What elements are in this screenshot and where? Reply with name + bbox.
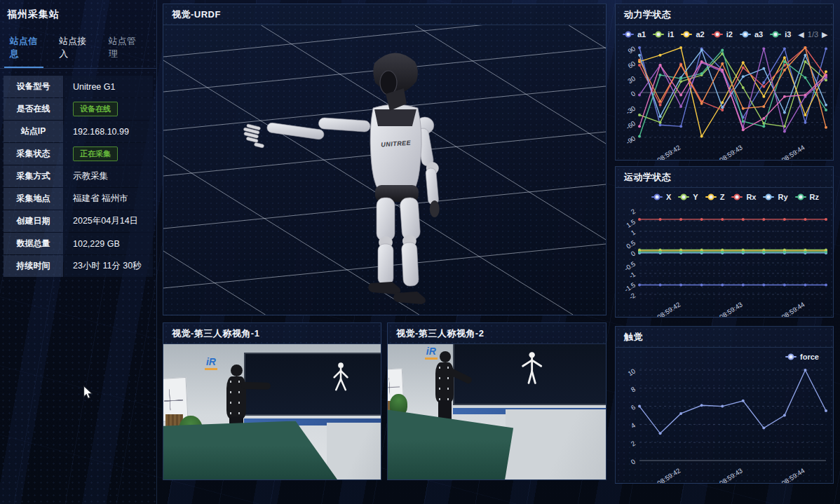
info-value: 102,229 GB (64, 233, 153, 254)
svg-text:1: 1 (630, 228, 637, 236)
legend-item-Z[interactable]: Z (705, 193, 725, 201)
camera-1-panel: 视觉-第三人称视角-1 iR (163, 322, 381, 480)
status-badge: 正在采集 (73, 147, 118, 161)
legend-item-X[interactable]: X (651, 193, 671, 201)
info-row: 创建日期2025年04月14日 (4, 210, 153, 232)
legend-page-indicator: 1/3 (808, 30, 818, 39)
dashboard-root: 福州采集站 站点信息站点接入站点管理 设备型号Unitree G1是否在线设备在… (0, 0, 840, 504)
kinematics-chart: -2-1.5-1-0.500.511.5208:59:4208:59:4308:… (616, 206, 833, 317)
svg-text:08:59:43: 08:59:43 (718, 466, 744, 483)
svg-text:1.5: 1.5 (625, 217, 637, 229)
svg-text:-0.5: -0.5 (623, 259, 637, 272)
svg-text:4: 4 (630, 421, 637, 430)
dynamics-panel-title: 动力学状态 (616, 4, 833, 25)
floor (506, 409, 606, 479)
info-value: 设备在线 (64, 98, 153, 120)
skeleton-figure-icon (519, 347, 545, 393)
legend-item-i2[interactable]: i2 (712, 30, 733, 39)
info-label: 站点IP (4, 121, 63, 142)
legend-item-Rz[interactable]: Rz (795, 193, 819, 201)
svg-text:08:59:44: 08:59:44 (780, 300, 806, 317)
urdf-3d-viewport[interactable]: UNITREE (163, 25, 606, 315)
svg-text:6: 6 (630, 403, 637, 411)
svg-text:08:59:43: 08:59:43 (718, 143, 744, 160)
kinematics-panel-title: 运动学状态 (616, 167, 833, 188)
legend-item-a2[interactable]: a2 (681, 30, 704, 39)
camera-2-title: 视觉-第三人称视角-2 (388, 323, 606, 344)
urdf-viewer-panel: 视觉-URDF (163, 4, 607, 315)
svg-text:10: 10 (626, 367, 637, 377)
svg-text:2: 2 (630, 207, 637, 215)
info-row: 持续时间23小时 11分 30秒 (4, 255, 153, 277)
svg-text:-90: -90 (625, 134, 637, 146)
info-label: 数据总量 (4, 233, 63, 254)
legend-item-i3[interactable]: i3 (770, 30, 791, 39)
svg-text:08:59:44: 08:59:44 (780, 143, 806, 160)
camera-2-panel: 视觉-第三人称视角-2 iR (387, 322, 607, 480)
camera-1-title: 视觉-第三人称视角-1 (163, 323, 381, 344)
station-tabs: 站点信息站点接入站点管理 (0, 28, 156, 69)
svg-text:08:59:43: 08:59:43 (718, 300, 744, 317)
svg-text:-1: -1 (628, 270, 637, 280)
legend-prev-button[interactable]: ◀ (798, 30, 804, 39)
svg-text:60: 60 (626, 60, 637, 70)
legend-item-i1[interactable]: i1 (653, 30, 674, 39)
legend-item-a3[interactable]: a3 (740, 30, 763, 39)
urdf-panel-title: 视觉-URDF (163, 4, 606, 25)
legend-item-force[interactable]: force (785, 353, 819, 361)
camera-2-feed: iR (388, 344, 606, 479)
svg-text:08:59:42: 08:59:42 (656, 466, 682, 483)
green-table (163, 417, 337, 479)
svg-text:0: 0 (630, 457, 637, 465)
info-row: 设备型号Unitree G1 (4, 76, 153, 97)
dynamics-panel: 动力学状态 a1i1a2i2a3i3 ◀ 1/3 ▶ -90-60-300306… (615, 4, 834, 161)
info-value: Unitree G1 (64, 76, 153, 97)
station-title: 福州采集站 (0, 0, 156, 28)
info-label: 是否在线 (4, 98, 63, 120)
station-sidebar: 福州采集站 站点信息站点接入站点管理 设备型号Unitree G1是否在线设备在… (0, 0, 157, 504)
svg-text:30: 30 (626, 74, 637, 85)
info-row: 数据总量102,229 GB (4, 233, 153, 254)
legend-pager: ◀ 1/3 ▶ (798, 30, 827, 39)
svg-text:0: 0 (630, 249, 637, 257)
svg-text:90: 90 (626, 44, 637, 55)
svg-text:-30: -30 (625, 104, 637, 116)
dynamics-legend: a1i1a2i2a3i3 ◀ 1/3 ▶ (616, 25, 833, 43)
info-value: 23小时 11分 30秒 (64, 255, 153, 277)
status-badge: 设备在线 (73, 102, 118, 116)
mouse-cursor-icon (83, 386, 93, 402)
svg-text:08:59:44: 08:59:44 (780, 466, 806, 483)
legend-next-button[interactable]: ▶ (822, 30, 827, 39)
kinematics-legend: XYZRxRyRz (616, 188, 833, 206)
info-row: 站点IP192.168.10.99 (4, 121, 153, 142)
info-label: 创建日期 (4, 210, 63, 232)
floor (327, 423, 381, 479)
info-row: 采集方式示教采集 (4, 165, 153, 187)
svg-text:0: 0 (630, 89, 637, 97)
svg-text:-1.5: -1.5 (623, 280, 637, 293)
legend-item-Ry[interactable]: Ry (763, 193, 787, 201)
svg-text:2: 2 (630, 440, 637, 448)
camera-1-feed: iR (163, 344, 381, 479)
info-label: 持续时间 (4, 255, 63, 277)
info-label: 采集地点 (4, 188, 63, 210)
info-label: 设备型号 (4, 76, 63, 97)
tactile-panel-title: 触觉 (616, 327, 833, 348)
legend-item-a1[interactable]: a1 (623, 30, 646, 39)
tactile-chart: 024681008:59:4208:59:4308:59:44 (616, 366, 833, 483)
svg-text:-2: -2 (628, 291, 637, 301)
station-info-table: 设备型号Unitree G1是否在线设备在线站点IP192.168.10.99采… (4, 76, 153, 277)
skeleton-figure-icon (329, 356, 353, 402)
tactile-legend: force (616, 348, 833, 366)
tab-2[interactable]: 站点接入 (53, 31, 93, 68)
kinematics-panel: 运动学状态 XYZRxRyRz -2-1.5-1-0.500.511.5208:… (615, 166, 834, 318)
tab-1[interactable]: 站点信息 (4, 31, 43, 68)
info-value: 福建省 福州市 (64, 188, 153, 210)
legend-item-Y[interactable]: Y (678, 193, 698, 201)
dynamics-chart: -90-60-30030609008:59:4208:59:4308:59:44 (616, 43, 833, 160)
urdf-floor-grid: UNITREE (163, 25, 606, 315)
legend-item-Rx[interactable]: Rx (731, 193, 756, 201)
tab-3[interactable]: 站点管理 (103, 31, 142, 68)
info-label: 采集方式 (4, 165, 63, 187)
info-row: 是否在线设备在线 (4, 98, 153, 120)
